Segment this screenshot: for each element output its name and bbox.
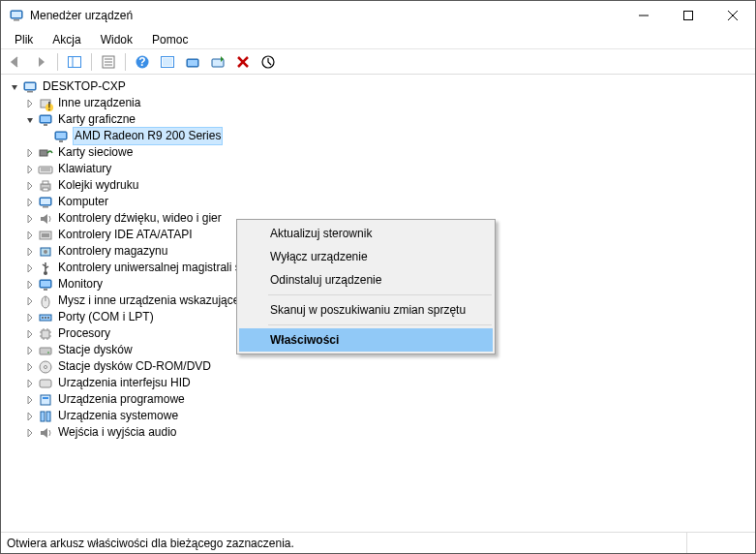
tree-item-label: Karty sieciowe: [57, 144, 134, 161]
expand-arrow[interactable]: [22, 261, 38, 276]
scan-button[interactable]: [157, 51, 178, 73]
expand-arrow[interactable]: [22, 195, 38, 210]
category-icon: [38, 178, 53, 194]
tree-item-label: Karty graficzne: [57, 111, 136, 128]
expand-arrow[interactable]: [22, 277, 38, 292]
menu-update-driver[interactable]: Aktualizuj sterownik: [239, 222, 493, 245]
svg-point-72: [47, 352, 49, 354]
category-icon: [38, 293, 53, 309]
tree-item-label: Urządzenia programowe: [57, 391, 186, 408]
menubar: Plik Akcja Widok Pomoc: [1, 30, 755, 49]
properties-button[interactable]: [98, 51, 119, 73]
tree-category[interactable]: Urządzenia systemowe: [7, 408, 749, 424]
expand-arrow[interactable]: [22, 293, 38, 309]
svg-text:?: ?: [138, 55, 145, 69]
tree-category[interactable]: Karty sieciowe: [7, 144, 749, 161]
device-manager-window: Menedżer urządzeń Plik Akcja Widok Pomoc…: [0, 0, 756, 554]
tree-category[interactable]: Wejścia i wyjścia audio: [7, 424, 749, 441]
expand-arrow[interactable]: [22, 162, 38, 177]
category-icon: [38, 409, 53, 424]
category-icon: [38, 228, 53, 243]
svg-rect-46: [42, 233, 49, 237]
close-button[interactable]: [711, 1, 755, 30]
tree-item-label: Porty (COM i LPT): [57, 309, 155, 325]
expand-arrow[interactable]: [22, 376, 38, 391]
category-icon: [53, 129, 69, 144]
disable-button[interactable]: [207, 51, 228, 73]
menu-help[interactable]: Pomoc: [144, 31, 196, 48]
menu-file[interactable]: Plik: [7, 31, 41, 48]
tree-item-label: Kontrolery dźwięku, wideo i gier: [57, 210, 223, 227]
expand-arrow[interactable]: [22, 145, 38, 161]
expand-arrow[interactable]: [7, 79, 22, 95]
svg-rect-78: [41, 412, 45, 421]
tree-category[interactable]: Klawiatury: [7, 161, 749, 177]
tree-item-label: Urządzenia interfejsu HID: [57, 375, 192, 391]
menu-disable-device[interactable]: Wyłącz urządzenie: [239, 245, 493, 268]
expand-arrow[interactable]: [22, 359, 38, 375]
category-icon: [38, 343, 53, 358]
category-icon: [38, 326, 53, 342]
menu-uninstall-device[interactable]: Odinstaluj urządzenie: [239, 268, 493, 292]
expand-arrow[interactable]: [22, 96, 38, 111]
expand-arrow[interactable]: [22, 112, 38, 128]
back-button[interactable]: [5, 51, 26, 73]
tree-category[interactable]: Kolejki wydruku: [7, 177, 749, 194]
menu-scan-hardware[interactable]: Skanuj w poszukiwaniu zmian sprzętu: [239, 298, 493, 322]
expand-arrow[interactable]: [38, 129, 53, 144]
svg-rect-76: [41, 395, 50, 405]
svg-rect-54: [41, 281, 50, 287]
update-driver-button[interactable]: [182, 51, 203, 73]
tree-device[interactable]: AMD Radeon R9 200 Series: [7, 128, 749, 144]
tree-item-label: Monitory: [57, 276, 104, 292]
expand-arrow[interactable]: [22, 310, 38, 325]
svg-rect-44: [43, 206, 48, 208]
tree-item-label: Komputer: [57, 194, 109, 210]
expand-arrow[interactable]: [22, 211, 38, 227]
category-icon: [38, 277, 53, 292]
uninstall-button[interactable]: [232, 51, 254, 73]
app-icon: [9, 8, 24, 23]
tree-category[interactable]: Urządzenia programowe: [7, 391, 749, 408]
expand-arrow[interactable]: [22, 425, 38, 441]
show-hidden-button[interactable]: [257, 51, 279, 73]
tree-category[interactable]: Komputer: [7, 194, 749, 210]
tree-item-label: Wejścia i wyjścia audio: [57, 424, 178, 441]
category-icon: [38, 195, 53, 210]
category-icon: [22, 79, 38, 95]
expand-arrow[interactable]: [22, 392, 38, 408]
menu-view[interactable]: Widok: [93, 31, 140, 48]
minimize-button[interactable]: [621, 1, 666, 30]
category-icon: [38, 112, 53, 128]
svg-rect-2: [14, 19, 19, 21]
maximize-button[interactable]: [666, 1, 711, 30]
expand-arrow[interactable]: [22, 343, 38, 358]
svg-rect-79: [46, 412, 50, 421]
category-icon: [38, 145, 53, 161]
tree-category[interactable]: !Inne urządzenia: [7, 95, 749, 111]
svg-rect-62: [42, 330, 49, 338]
tree-root[interactable]: DESKTOP-CXP: [7, 78, 749, 95]
help-button[interactable]: ?: [132, 51, 153, 73]
window-title: Menedżer urządzeń: [30, 9, 621, 22]
statusbar: Otwiera arkusz właściwości dla bieżącego…: [1, 532, 755, 553]
menu-separator: [268, 324, 492, 325]
tree-category[interactable]: Stacje dysków CD-ROM/DVD: [7, 358, 749, 375]
expand-arrow[interactable]: [22, 244, 38, 260]
titlebar: Menedżer urządzeń: [1, 1, 755, 30]
category-icon: [38, 310, 53, 325]
expand-arrow[interactable]: [22, 409, 38, 424]
show-hide-tree-button[interactable]: [64, 51, 85, 73]
forward-button[interactable]: [30, 51, 51, 73]
expand-arrow[interactable]: [22, 228, 38, 243]
menu-properties[interactable]: Właściwości: [239, 328, 493, 352]
tree-category[interactable]: Urządzenia interfejsu HID: [7, 375, 749, 391]
expand-arrow[interactable]: [22, 326, 38, 342]
tree-item-label: DESKTOP-CXP: [42, 78, 127, 95]
tree-panel: DESKTOP-CXP!Inne urządzeniaKarty graficz…: [1, 75, 755, 532]
menu-action[interactable]: Akcja: [45, 31, 88, 48]
expand-arrow[interactable]: [22, 178, 38, 194]
svg-point-60: [45, 317, 46, 319]
tree-category[interactable]: Karty graficzne: [7, 111, 749, 128]
category-icon: [38, 162, 53, 177]
